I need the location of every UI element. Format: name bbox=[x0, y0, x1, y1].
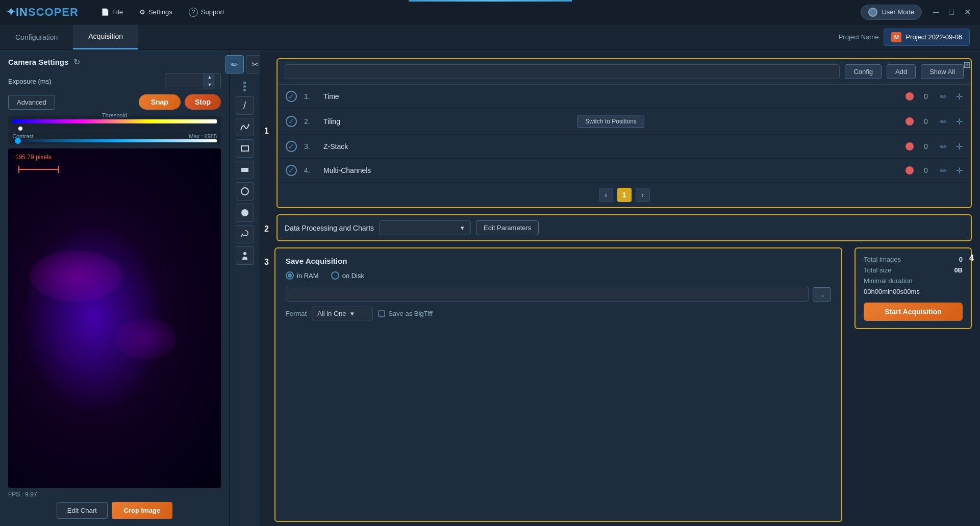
config-btn[interactable]: Config bbox=[845, 64, 882, 79]
line-tool-btn[interactable]: / bbox=[236, 96, 254, 115]
data-processing-dropdown[interactable]: ▾ bbox=[379, 220, 471, 235]
file-menu-btn[interactable]: 📄 File bbox=[94, 5, 130, 19]
threshold-marker bbox=[18, 127, 22, 131]
rect-outline-tool-btn[interactable] bbox=[236, 139, 254, 158]
settings-icon: ⚙ bbox=[139, 8, 145, 16]
refresh-icon[interactable]: ↻ bbox=[73, 57, 80, 67]
circle-fill-tool-btn[interactable] bbox=[236, 204, 254, 222]
expand-icon[interactable]: ⊞ bbox=[963, 59, 971, 70]
add-btn[interactable]: Add bbox=[887, 64, 916, 79]
bottom-row: 3 Save Acquisition in RAM on Disk bbox=[274, 247, 972, 522]
window-controls: ─ □ ✕ bbox=[930, 6, 974, 18]
circle-outline-tool-btn[interactable] bbox=[236, 182, 254, 201]
exposure-spinbox[interactable]: 100 ▲ ▼ bbox=[165, 73, 221, 89]
radio-on-disk[interactable]: on Disk bbox=[331, 271, 364, 280]
curve-tool-btn[interactable] bbox=[236, 118, 254, 136]
contrast-handle-left[interactable] bbox=[15, 138, 21, 144]
seq-dot-time bbox=[906, 92, 914, 101]
seq-move-icon-tiling[interactable]: ✛ bbox=[956, 117, 963, 127]
seq-checkbox-time[interactable]: ✓ bbox=[286, 91, 297, 102]
support-icon: ? bbox=[189, 8, 198, 17]
seq-move-icon-zstack[interactable]: ✛ bbox=[956, 142, 963, 152]
seq-checkbox-multich[interactable]: ✓ bbox=[286, 165, 297, 176]
crop-image-btn[interactable]: Crop Image bbox=[112, 502, 173, 519]
minimize-btn[interactable]: ─ bbox=[930, 7, 942, 18]
pagination-row: ‹ 1 › bbox=[278, 183, 971, 207]
seq-edit-icon-time[interactable]: ✏ bbox=[938, 92, 949, 102]
save-bigtiff-checkbox[interactable] bbox=[378, 310, 385, 317]
tab-configuration[interactable]: Configuration bbox=[0, 24, 73, 49]
user-mode-btn[interactable]: User Mode bbox=[861, 5, 922, 20]
table-row: ✓ 3. Z-Stack 0 ✏ ✛ bbox=[278, 135, 971, 159]
save-path-input[interactable] bbox=[286, 287, 809, 302]
sequence-wrapper: 1 ⊞ Sequence 1 Config Add Show All ✓ 1. … bbox=[260, 50, 980, 212]
duration-value: 00h00min00s00ms bbox=[864, 288, 963, 295]
edit-parameters-btn[interactable]: Edit Parameters bbox=[476, 220, 539, 235]
radio-in-ram[interactable]: in RAM bbox=[286, 271, 319, 280]
seq-name-multich: Multi-Channels bbox=[323, 166, 608, 174]
save-path-row: ... bbox=[286, 287, 831, 302]
maximize-btn[interactable]: □ bbox=[946, 7, 957, 18]
rect-fill-tool-btn[interactable] bbox=[236, 161, 254, 179]
tab-acquisition[interactable]: Acquisition bbox=[73, 24, 138, 49]
seq-move-icon-time[interactable]: ✛ bbox=[956, 92, 963, 102]
project-name-box: M Project 2022-09-06 bbox=[884, 29, 970, 46]
pencil-tool-btn[interactable]: ✏ bbox=[225, 55, 244, 73]
spinbox-down[interactable]: ▼ bbox=[204, 81, 215, 89]
title-bar: ✦INSCOPER 📄 File ⚙ Settings ? Support Us… bbox=[0, 0, 980, 24]
stop-btn[interactable]: Stop bbox=[185, 94, 221, 110]
seq-edit-icon-multich[interactable]: ✏ bbox=[938, 166, 949, 176]
threshold-row: Threshold bbox=[8, 116, 221, 130]
save-section: Save Acquisition in RAM on Disk bbox=[274, 247, 842, 522]
page-prev-btn[interactable]: ‹ bbox=[599, 188, 613, 202]
format-row: Format All in One ▾ Save as BigTiff bbox=[286, 307, 831, 320]
lasso-tool-btn[interactable] bbox=[236, 225, 254, 243]
seq-dot-tiling bbox=[906, 117, 914, 126]
seq-checkbox-zstack[interactable]: ✓ bbox=[286, 141, 297, 152]
exposure-input[interactable]: 100 bbox=[165, 78, 204, 85]
data-processing-wrapper: 2 Data Processing and Charts ▾ Edit Para… bbox=[260, 212, 980, 245]
save-bigtiff-row: Save as BigTiff bbox=[378, 310, 433, 317]
show-all-btn[interactable]: Show All bbox=[921, 64, 964, 79]
sequence-name-input[interactable]: Sequence 1 bbox=[285, 64, 840, 79]
toolbar-top-row: ✏ ✂ bbox=[225, 55, 264, 73]
seq-dot-zstack bbox=[906, 142, 914, 151]
table-row: ✓ 2. Tiling Switch to Positions 0 ✏ ✛ bbox=[278, 109, 971, 135]
threshold-label: Threshold bbox=[102, 112, 127, 118]
table-row: ✓ 1. Time 0 ✏ ✛ bbox=[278, 85, 971, 109]
svg-point-2 bbox=[241, 188, 248, 195]
switch-to-positions-btn[interactable]: Switch to Positions bbox=[577, 115, 644, 128]
seq-edit-icon-tiling[interactable]: ✏ bbox=[938, 117, 949, 127]
measurement-label: 195.79 pixels bbox=[12, 153, 55, 162]
left-panel: Camera Settings ↻ Exposure (ms) 100 ▲ ▼ … bbox=[0, 50, 230, 526]
person-tool-btn[interactable] bbox=[236, 246, 254, 265]
seq-edit-icon-zstack[interactable]: ✏ bbox=[938, 142, 949, 152]
svg-point-3 bbox=[241, 209, 248, 216]
browse-btn[interactable]: ... bbox=[813, 287, 831, 302]
spinbox-arrows: ▲ ▼ bbox=[204, 73, 215, 89]
section-1-label: 1 bbox=[264, 127, 269, 136]
seq-move-icon-multich[interactable]: ✛ bbox=[956, 166, 963, 176]
save-bigtiff-label: Save as BigTiff bbox=[388, 310, 433, 317]
save-title: Save Acquisition bbox=[286, 257, 831, 265]
page-next-btn[interactable]: › bbox=[636, 188, 650, 202]
snap-btn[interactable]: Snap bbox=[139, 94, 181, 110]
contrast-row: Contrast Max : 6985 bbox=[8, 131, 221, 144]
main-layout: Camera Settings ↻ Exposure (ms) 100 ▲ ▼ … bbox=[0, 50, 980, 526]
support-menu-btn[interactable]: ? Support bbox=[182, 5, 232, 20]
seq-checkbox-tiling[interactable]: ✓ bbox=[286, 116, 297, 127]
seq-dot-multich bbox=[906, 166, 914, 174]
spinbox-up[interactable]: ▲ bbox=[204, 73, 215, 81]
format-select[interactable]: All in One ▾ bbox=[312, 307, 373, 320]
stat-row-duration: Minimal duration bbox=[864, 277, 963, 285]
close-btn[interactable]: ✕ bbox=[961, 6, 974, 18]
settings-menu-btn[interactable]: ⚙ Settings bbox=[132, 5, 180, 19]
contrast-bar[interactable] bbox=[12, 139, 217, 142]
save-radios: in RAM on Disk bbox=[286, 271, 831, 280]
start-acquisition-btn[interactable]: Start Acquisition bbox=[864, 303, 963, 321]
threshold-bar[interactable] bbox=[12, 119, 217, 123]
project-name-section: Project Name M Project 2022-09-06 bbox=[839, 29, 980, 46]
seq-num-3: 3. bbox=[304, 142, 316, 151]
edit-chart-btn[interactable]: Edit Chart bbox=[57, 502, 108, 519]
advanced-btn[interactable]: Advanced bbox=[8, 95, 55, 110]
